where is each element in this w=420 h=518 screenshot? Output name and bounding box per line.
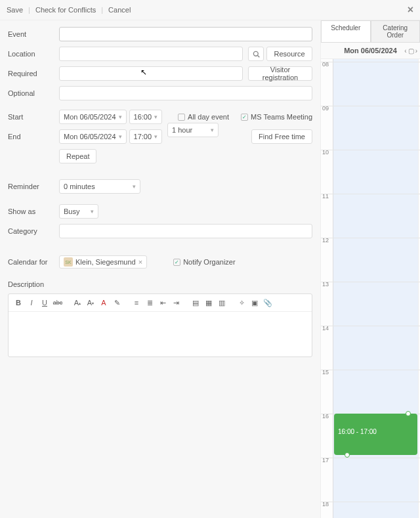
find-free-time-button[interactable]: Find Free time (251, 129, 312, 144)
resize-handle[interactable] (345, 452, 350, 458)
category-input[interactable] (59, 224, 312, 238)
hour-label: 10 (322, 149, 329, 156)
align-center-icon[interactable]: ▦ (203, 297, 215, 309)
checkbox-icon (178, 114, 185, 121)
chevron-down-icon: ▾ (91, 208, 94, 215)
align-right-icon[interactable]: ▥ (216, 297, 228, 309)
visitor-registration-button[interactable]: Visitor registration (248, 66, 312, 81)
duration-select[interactable]: 1 hour▾ (167, 123, 219, 137)
save-button[interactable]: Save (7, 6, 23, 14)
hour-label: 09 (322, 105, 329, 112)
bold-icon[interactable]: B (12, 297, 24, 309)
chevron-down-icon: ▾ (211, 127, 214, 133)
scheduled-event[interactable]: 16:00 - 17:00 (334, 414, 417, 455)
showas-select[interactable]: Busy▾ (59, 204, 98, 219)
end-date-select[interactable]: Mon 06/05/2024▾ (59, 129, 127, 144)
chevron-down-icon: ▾ (154, 133, 158, 140)
checkbox-icon: ✓ (241, 114, 248, 121)
today-icon[interactable]: ▢ (408, 47, 414, 54)
start-date-select[interactable]: Mon 06/05/2024▾ (59, 110, 127, 124)
reminder-select[interactable]: 0 minutes▾ (59, 179, 140, 194)
end-time-select[interactable]: 17:00▾ (129, 129, 163, 144)
font-color-icon[interactable]: A (98, 297, 110, 309)
required-label: Required (8, 70, 59, 77)
location-label: Location (8, 50, 59, 58)
indent-icon[interactable]: ⇥ (170, 297, 182, 309)
hour-label: 18 (322, 501, 329, 507)
allday-checkbox[interactable]: All day event (178, 113, 229, 121)
hour-label: 17 (322, 457, 329, 464)
repeat-button[interactable]: Repeat (59, 149, 96, 163)
start-time-select[interactable]: 16:00▾ (129, 110, 163, 124)
hour-label: 13 (322, 281, 329, 288)
font-increase-icon[interactable]: A▴ (72, 297, 83, 309)
separator: | (28, 6, 30, 14)
prev-day-icon[interactable]: ‹ (404, 47, 406, 54)
check-conflicts-button[interactable]: Check for Conflicts (35, 6, 96, 14)
font-decrease-icon[interactable]: A▾ (85, 297, 96, 309)
underline-icon[interactable]: U (39, 297, 51, 309)
required-input[interactable] (59, 66, 243, 81)
hour-label: 16 (322, 413, 329, 420)
list-number-icon[interactable]: ≣ (144, 297, 156, 309)
showas-label: Show as (8, 207, 59, 215)
hour-label: 15 (322, 369, 329, 376)
editor-toolbar: B I U abc A▴ A▾ A ✎ ≡ ≣ ⇤ ⇥ ▤ ▦ ▥ ✧ (9, 294, 312, 312)
reminder-label: Reminder (8, 183, 59, 190)
description-label: Description (8, 280, 59, 288)
chevron-down-icon: ▾ (119, 133, 122, 140)
end-label: End (8, 133, 59, 140)
category-label: Category (8, 227, 59, 235)
attach-icon[interactable]: 📎 (262, 297, 274, 309)
svg-line-1 (257, 55, 259, 57)
outdent-icon[interactable]: ⇤ (157, 297, 169, 309)
start-label: Start (8, 113, 59, 121)
align-left-icon[interactable]: ▤ (190, 297, 201, 309)
hour-label: 12 (322, 237, 329, 244)
avatar: SK (64, 257, 73, 267)
next-day-icon[interactable]: › (415, 47, 417, 54)
strike-icon[interactable]: abc (52, 297, 64, 309)
resource-button[interactable]: Resource (266, 47, 312, 61)
optional-input[interactable] (59, 86, 312, 100)
scheduler-date: Mon 06/05/2024 (344, 47, 397, 54)
cancel-button[interactable]: Cancel (108, 6, 131, 14)
italic-icon[interactable]: I (26, 297, 37, 309)
msteams-checkbox[interactable]: ✓ MS Teams Meeting (241, 113, 312, 121)
event-input[interactable] (59, 27, 312, 41)
optional-label: Optional (8, 89, 59, 97)
chevron-down-icon: ▾ (154, 114, 158, 120)
location-input[interactable] (59, 47, 243, 61)
resize-handle[interactable] (406, 411, 411, 416)
search-icon[interactable] (248, 47, 264, 61)
hour-label: 11 (322, 193, 329, 200)
tab-scheduler[interactable]: Scheduler (321, 20, 371, 42)
calendarfor-label: Calendar for (8, 258, 59, 266)
description-editor: B I U abc A▴ A▾ A ✎ ≡ ≣ ⇤ ⇥ ▤ ▦ ▥ ✧ (8, 293, 312, 357)
tab-catering[interactable]: Catering Order (371, 20, 421, 42)
close-icon[interactable]: × (408, 4, 413, 16)
svg-point-0 (253, 51, 258, 56)
insert-image-icon[interactable]: ▣ (249, 297, 261, 309)
chevron-down-icon: ▾ (133, 183, 136, 190)
separator: | (101, 6, 103, 14)
notify-organizer-checkbox[interactable]: ✓ Notify Organizer (173, 258, 235, 266)
hour-label: 08 (322, 61, 329, 68)
person-chip[interactable]: SK Klein, Siegesmund × (59, 255, 147, 269)
description-body[interactable] (9, 312, 312, 356)
chevron-down-icon: ▾ (119, 114, 122, 120)
event-label: Event (8, 30, 59, 38)
highlight-icon[interactable]: ✎ (111, 297, 123, 309)
checkbox-icon: ✓ (173, 259, 180, 266)
clear-format-icon[interactable]: ✧ (236, 297, 247, 309)
remove-chip-icon[interactable]: × (138, 258, 142, 266)
list-bullet-icon[interactable]: ≡ (131, 297, 142, 309)
scheduler-grid[interactable]: 080910111213141516171816:00 - 17:00 (321, 59, 420, 518)
hour-label: 14 (322, 325, 329, 332)
